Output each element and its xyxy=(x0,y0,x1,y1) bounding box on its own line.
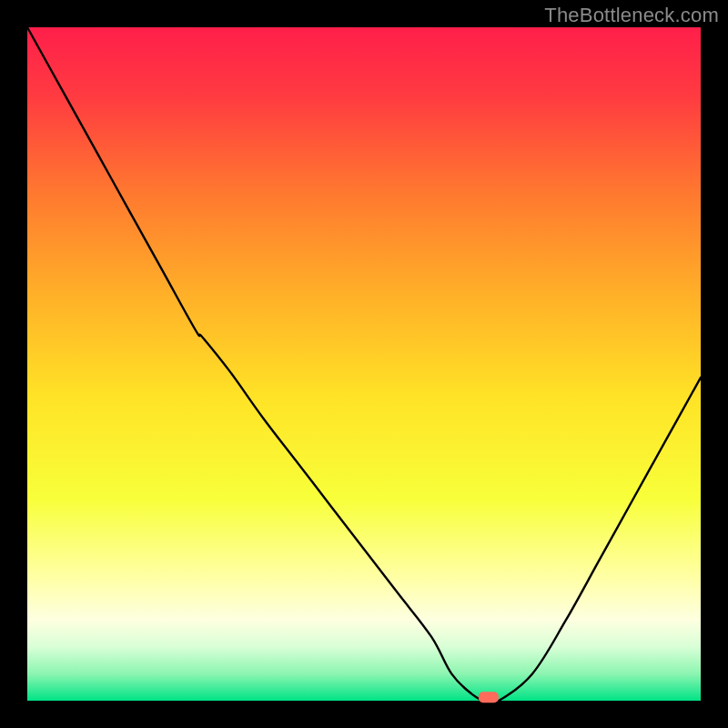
plot-background xyxy=(27,27,701,701)
optimum-marker xyxy=(479,692,499,703)
chart-frame: TheBottleneck.com xyxy=(0,0,728,728)
bottleneck-chart xyxy=(0,0,728,728)
